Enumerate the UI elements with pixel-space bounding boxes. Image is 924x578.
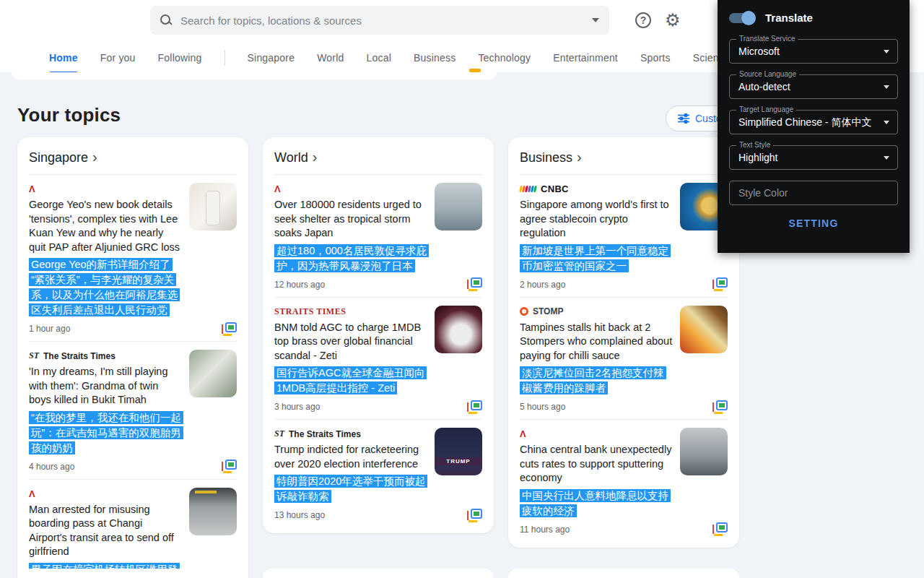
article-thumbnail[interactable]: TRUMP [435,428,482,475]
source-language-select[interactable]: Source Language Auto-detect [729,74,898,99]
card-stub[interactable] [17,569,248,578]
topic-title: Business [520,150,572,165]
tab-world[interactable]: World [317,52,344,64]
article-headline[interactable]: China central bank unexpectedly cuts rat… [520,443,673,486]
nav-divider [225,50,225,66]
next-card-row [17,569,739,578]
article-timestamp: 3 hours ago [274,402,320,412]
page-title: Your topics [17,104,121,126]
tab-singapore[interactable]: Singapore [248,52,295,64]
topic-card-header[interactable]: Singapore [29,143,237,174]
source-row[interactable]: CNBC [520,183,673,195]
article: STOMP Tampines stalls hit back at 2 Stom… [520,298,728,420]
translate-toggle[interactable] [729,13,754,23]
field-value: Microsoft [730,40,897,63]
translate-page-icon[interactable] [222,460,237,473]
article-timestamp: 11 hours ago [520,525,570,535]
topic-card-world: World Λ Over 180000 residents urged to s… [263,137,494,533]
article-headline[interactable]: Tampines stalls hit back at 2 Stompers w… [520,321,673,363]
article-thumbnail[interactable] [680,428,728,475]
cna-logo-icon: Λ [29,184,35,194]
article: Λ Over 180000 residents urged to seek sh… [274,175,482,297]
article-headline[interactable]: Man arrested for misusing boarding pass … [29,503,182,559]
search-box[interactable] [150,6,609,35]
translate-service-select[interactable]: Translate Service Microsoft [729,39,898,64]
cna-logo-icon: Λ [520,429,526,439]
article-translation: George Yeo的新书详细介绍了“紧张关系”，与李光耀的复杂关系，以及为什么… [29,257,182,318]
article-headline[interactable]: George Yeo's new book details 'tensions'… [29,198,182,254]
article-translation: 新加坡是世界上第一个同意稳定币加密监管的国家之一 [520,243,673,274]
tab-sports[interactable]: Sports [640,52,671,64]
source-label: CNBC [541,184,569,194]
article: ST The Straits Times 'In my dreams, I'm … [29,342,237,479]
article-thumbnail[interactable] [680,306,728,353]
translate-page-icon[interactable] [467,509,482,522]
chevron-down-icon [884,156,889,160]
field-label: Target Language [736,105,796,113]
style-color-placeholder: Style Color [730,181,897,204]
cna-logo-icon: Λ [274,184,281,194]
translate-page-icon[interactable] [712,277,728,291]
source-row[interactable]: Λ [29,183,182,195]
article-thumbnail[interactable] [189,183,237,230]
tune-icon [678,113,689,124]
article-headline[interactable]: Trump indicted for racketeering over 202… [274,443,427,471]
tab-for-you[interactable]: For you [100,52,136,64]
tab-business[interactable]: Business [414,52,456,64]
topic-card-header[interactable]: World [274,143,482,174]
source-row[interactable]: ST The Straits Times [29,350,182,362]
card-stub[interactable] [263,569,494,578]
topic-card-header[interactable]: Business [520,143,728,174]
topic-title: Singapore [29,150,88,165]
style-color-input[interactable]: Style Color [729,181,898,205]
target-language-select[interactable]: Target Language Simplified Chinese - 简体中… [729,110,898,134]
translate-page-icon[interactable] [712,522,728,536]
source-row[interactable]: STRAITS TIMES [274,306,427,318]
search-dropdown-caret-icon[interactable] [592,18,599,22]
source-row[interactable]: ST The Straits Times [274,428,427,440]
article-headline[interactable]: Over 180000 residents urged to seek shel… [274,198,427,241]
card-stub[interactable] [508,569,739,578]
tab-following[interactable]: Following [158,52,202,64]
help-icon[interactable]: ? [635,12,651,28]
chevron-right-icon [313,150,318,165]
source-row[interactable]: Λ [274,183,427,195]
article-thumbnail[interactable] [189,350,237,397]
article-thumbnail[interactable] [435,183,482,230]
previous-card-cutoff [12,72,497,79]
tab-local[interactable]: Local [366,52,391,64]
article-timestamp: 12 hours ago [274,280,325,290]
source-label: The Straits Times [43,351,116,361]
article-timestamp: 2 hours ago [520,280,565,290]
article-timestamp: 1 hour ago [29,324,70,334]
translate-page-icon[interactable] [467,277,482,291]
article-timestamp: 4 hours ago [29,462,74,472]
article-thumbnail[interactable] [189,488,237,535]
article-translation: 中国央行出人意料地降息以支持疲软的经济 [520,488,673,519]
topic-title: World [274,150,308,165]
text-style-select[interactable]: Text Style Highlight [729,145,898,170]
topic-card-singapore: Singapore Λ George Yeo's new book detail… [17,137,248,578]
translate-page-icon[interactable] [467,400,482,414]
tab-entertainment[interactable]: Entertainment [553,52,618,64]
thumbnail-text: TRUMP [435,457,482,465]
tab-technology[interactable]: Technology [478,52,531,64]
translate-page-icon[interactable] [222,322,237,336]
chevron-down-icon [884,85,889,89]
source-label: STOMP [533,306,563,316]
settings-gear-icon[interactable]: ⚙ [665,10,681,30]
chevron-right-icon [92,150,97,165]
setting-link[interactable]: SETTING [718,217,910,229]
tab-home[interactable]: Home [49,52,78,64]
translate-page-icon[interactable] [712,400,728,414]
source-row[interactable]: Λ [29,488,182,500]
article-headline[interactable]: BNM told AGC to charge 1MDB top brass ov… [274,321,427,363]
source-row[interactable]: Λ [520,428,673,440]
search-input[interactable] [180,14,583,27]
article-translation: 超过180，000名居民敦促寻求庇护，因为热带风暴浸泡了日本 [274,243,427,274]
article-headline[interactable]: 'In my dreams, I'm still playing with th… [29,365,182,407]
article-headline[interactable]: Singapore among world's first to agree s… [520,198,673,241]
article-thumbnail[interactable] [435,306,482,353]
source-row[interactable]: STOMP [520,306,673,318]
topic-cards: Singapore Λ George Yeo's new book detail… [17,137,739,578]
